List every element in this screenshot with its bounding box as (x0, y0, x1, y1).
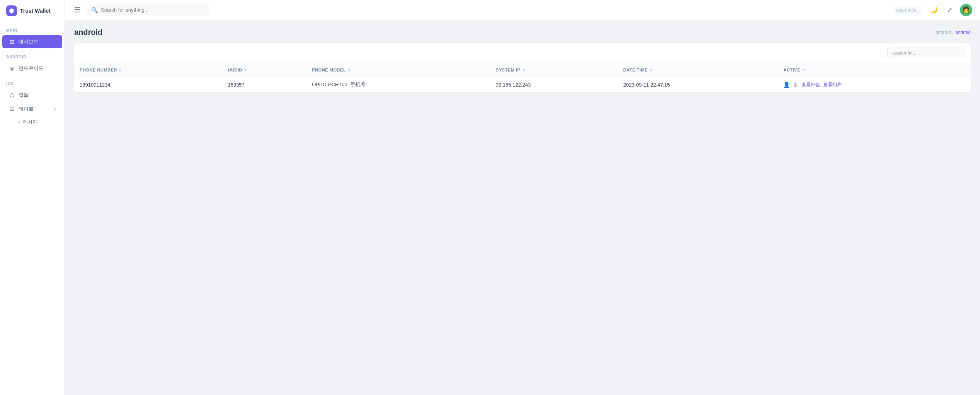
table-body: 18910011234159357OPPO-PCRT00--手机号:39.155… (74, 77, 971, 93)
topbar: ☰ 🔍 search for . 🌙 ⤢ 🧑 (65, 0, 980, 20)
sort-icon: ⇅ (649, 68, 653, 72)
col-phone-number: PHONE NUMBER ⇅ (74, 63, 222, 77)
trash-icon[interactable]: 🗑 (793, 82, 798, 88)
sort-icon: ⇅ (802, 68, 805, 72)
sidebar-item-android[interactable]: ◎ 안드로이드 (2, 62, 62, 75)
search-badge[interactable]: search for . (893, 6, 922, 14)
cell-uudid: 159357 (222, 77, 306, 93)
sidebar-android-label: 안드로이드 (19, 65, 56, 72)
breadcrumb: android / android (936, 30, 971, 35)
cell-phone-model: OPPO-PCRT00--手机号: (306, 77, 490, 93)
cell-phone-number: 18910011234 (74, 77, 222, 93)
sidebar-section-ios: IOS (0, 75, 65, 88)
dashboard-icon: ⊞ (9, 39, 15, 45)
table-header-row: PHONE NUMBER ⇅ UUDID ⇅ P (74, 63, 971, 77)
sidebar-item-table[interactable]: ☰ 테이블 ▾ (2, 102, 62, 116)
page-content: android android / android PHONE NUMBER (65, 20, 980, 395)
col-phone-model: PHONE MODEL ⇅ (306, 63, 490, 77)
view-link-2[interactable]: 查看相户 (823, 82, 842, 88)
sort-icon: ⇅ (347, 68, 351, 72)
table-search-input[interactable] (887, 48, 965, 58)
sidebar-message-label: 메시지 (23, 119, 37, 125)
sidebar-item-label: 대시보드 (19, 38, 56, 45)
search-container: 🔍 (87, 5, 210, 15)
sidebar-table-label: 테이블 (19, 106, 51, 112)
col-uudid: UUDID ⇅ (222, 63, 306, 77)
view-link-1[interactable]: 查看邮信 (801, 82, 820, 88)
sidebar-item-dashboard[interactable]: ⊞ 대시보드 (2, 35, 62, 48)
topbar-icons: search for . 🌙 ⤢ 🧑 (893, 4, 972, 16)
cell-date-time: 2023-09-11 22:47:15 (618, 77, 778, 93)
table-card: PHONE NUMBER ⇅ UUDID ⇅ P (74, 43, 971, 92)
chevron-down-icon: ▾ (54, 107, 56, 111)
col-system-ip-sort[interactable]: SYSTEM IP ⇅ (496, 68, 525, 72)
menu-toggle-button[interactable]: ☰ (73, 4, 82, 16)
sidebar-section-main: MAIN (0, 22, 65, 35)
page-title: android (74, 28, 102, 37)
sub-dot-icon (18, 121, 20, 123)
avatar[interactable]: 🧑 (960, 4, 972, 16)
col-system-ip: SYSTEM IP ⇅ (490, 63, 618, 77)
logo-icon (6, 5, 17, 16)
sort-icon: ⇅ (522, 68, 526, 72)
resize-icon[interactable]: ⤢ (946, 5, 954, 15)
app-name: Trust Wallet (20, 8, 51, 14)
col-date-time-sort[interactable]: DATE TIME ⇅ (623, 68, 653, 72)
breadcrumb-android-root: android (936, 30, 951, 35)
app-logo: Trust Wallet (0, 0, 65, 22)
search-input[interactable] (101, 7, 206, 13)
sidebar-item-message[interactable]: 메시지 (2, 116, 62, 128)
sort-icon: ⇅ (244, 68, 247, 72)
sidebar-section-android: ANDROID (0, 49, 65, 61)
breadcrumb-sep: / (953, 30, 954, 35)
sort-icon: ⇅ (119, 68, 122, 72)
android-icon: ◎ (9, 65, 15, 72)
sidebar-apps-label: 앱들 (19, 92, 56, 99)
moon-icon[interactable]: 🌙 (929, 5, 939, 15)
main-content: ☰ 🔍 search for . 🌙 ⤢ 🧑 android android /… (65, 0, 980, 395)
data-table: PHONE NUMBER ⇅ UUDID ⇅ P (74, 63, 971, 92)
sidebar-item-apps[interactable]: ⬡ 앱들 (2, 89, 62, 102)
search-icon: 🔍 (91, 7, 98, 13)
page-header: android android / android (74, 28, 971, 37)
action-icons: 👤 🗑 查看邮信 查看相户 (783, 82, 965, 88)
cell-system-ip: 39.155.122.243 (490, 77, 618, 93)
col-phone-number-sort[interactable]: PHONE NUMBER ⇅ (80, 68, 122, 72)
sidebar: Trust Wallet MAIN ⊞ 대시보드 ANDROID ◎ 안드로이드… (0, 0, 65, 395)
col-date-time: DATE TIME ⇅ (618, 63, 778, 77)
apps-icon: ⬡ (9, 92, 15, 98)
breadcrumb-android-current: android (955, 30, 971, 35)
cell-active: 👤 🗑 查看邮信 查看相户 (778, 77, 971, 93)
user-icon[interactable]: 👤 (783, 82, 790, 88)
col-active: ACTIVE ⇅ (778, 63, 971, 77)
col-uudid-sort[interactable]: UUDID ⇅ (228, 68, 247, 72)
col-phone-model-sort[interactable]: PHONE MODEL ⇅ (312, 68, 351, 72)
col-active-sort[interactable]: ACTIVE ⇅ (783, 68, 805, 72)
table-icon: ☰ (9, 106, 15, 112)
table-row: 18910011234159357OPPO-PCRT00--手机号:39.155… (74, 77, 971, 93)
table-search-bar (74, 43, 971, 63)
